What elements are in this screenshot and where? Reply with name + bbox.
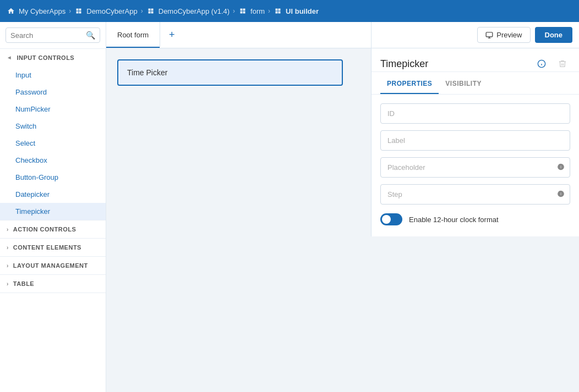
section-input-controls-items: Input Password NumPicker Switch Select C… [0,67,106,220]
canvas-tabs: Root form + [106,22,371,48]
canvas-tab-root-form[interactable]: Root form [106,22,160,48]
home-icon [7,7,15,15]
grid-icon-4 [274,7,282,15]
sidebar-item-timepicker[interactable]: Timepicker [0,203,106,220]
toggle-thumb [382,215,391,224]
sidebar-item-password[interactable]: Password [0,84,106,101]
breadcrumb-version[interactable]: DemoCyberApp (v1.4) [146,7,230,15]
toggle-row: Enable 12-hour clock format [380,211,570,228]
breadcrumb-form[interactable]: form [238,7,265,15]
breadcrumb-builder-label: UI builder [286,7,319,15]
sidebar-item-button-group[interactable]: Button-Group [0,169,106,186]
info-button[interactable] [534,56,549,71]
breadcrumb-sep-3: › [233,7,235,15]
sidebar-item-input[interactable]: Input [0,67,106,84]
breadcrumb-version-label: DemoCyberApp (v1.4) [159,7,230,15]
breadcrumb-app[interactable]: DemoCyberApp [74,7,138,15]
id-field-container [380,103,570,124]
placeholder-field[interactable] [380,157,570,178]
section-table-header[interactable]: › TABLE [0,275,106,292]
section-input-controls-label: INPUT CONTROLS [17,54,74,61]
chevron-right-icon-1: › [7,227,9,233]
top-toolbar: Preview Done [371,22,579,48]
right-panel-header: Timepicker [372,48,579,72]
search-icon: 🔍 [86,31,95,40]
section-content-elements-header[interactable]: › CONTENT ELEMENTS [0,239,106,256]
step-info-icon: i [557,190,565,199]
right-panel-column: Preview Done Timepicker [371,22,579,392]
right-panel-tabs: PROPERTIES VISIBILITY [372,74,579,95]
canvas-timepicker-component[interactable]: Time Picker [117,59,343,86]
tab-visibility[interactable]: VISIBILITY [439,74,488,94]
chevron-right-icon-2: › [7,245,9,251]
grid-icon-2 [146,7,155,15]
preview-button[interactable]: Preview [477,27,530,43]
section-action-controls: › ACTION CONTROLS [0,220,106,239]
sidebar-item-switch[interactable]: Switch [0,118,106,135]
placeholder-info-icon: i [557,163,565,172]
section-input-controls: ▼ INPUT CONTROLS Input Password NumPicke… [0,49,106,220]
search-box[interactable]: 🔍 [6,27,100,43]
label-field-container [380,130,570,151]
done-button[interactable]: Done [535,27,573,43]
step-field[interactable] [380,184,570,205]
chevron-right-icon-3: › [7,263,9,269]
toggle-track [380,213,402,225]
section-action-controls-label: ACTION CONTROLS [13,226,76,233]
section-layout-management-header[interactable]: › LAYOUT MANAGEMENT [0,257,106,274]
grid-icon-3 [238,7,247,15]
canvas-content: Time Picker [106,48,371,392]
top-nav: My CyberApps › DemoCyberApp › DemoCyberA… [0,0,579,22]
svg-rect-0 [486,32,493,36]
sidebar-item-datepicker[interactable]: Datepicker [0,186,106,203]
breadcrumb-sep-1: › [69,7,71,15]
sidebar-item-checkbox[interactable]: Checkbox [0,152,106,169]
info-circle-icon [537,59,546,68]
section-input-controls-header[interactable]: ▼ INPUT CONTROLS [0,49,106,67]
breadcrumb-app-label: DemoCyberApp [86,7,138,15]
right-panel: Timepicker PROPERTIES VISIBILITY [371,48,579,236]
id-field[interactable] [380,103,570,124]
step-field-container: i [380,184,570,205]
breadcrumb-home-label: My CyberApps [19,7,65,15]
chevron-down-icon: ▼ [7,55,13,60]
right-panel-title: Timepicker [380,58,428,70]
placeholder-field-container: i [380,157,570,178]
preview-icon [485,31,493,39]
sidebar-item-select[interactable]: Select [0,135,106,152]
sidebar-item-numpicker[interactable]: NumPicker [0,101,106,118]
section-layout-management-label: LAYOUT MANAGEMENT [13,262,88,269]
section-content-elements: › CONTENT ELEMENTS [0,239,106,257]
canvas-tab-add-button[interactable]: + [160,22,184,48]
section-content-elements-label: CONTENT ELEMENTS [13,244,81,251]
section-table: › TABLE [0,275,106,293]
grid-icon-1 [74,7,83,15]
section-action-controls-header[interactable]: › ACTION CONTROLS [0,220,106,238]
sidebar-search-area: 🔍 [0,22,106,49]
delete-button[interactable] [555,56,570,71]
main-layout: 🔍 ▼ INPUT CONTROLS Input Password NumPic… [0,22,579,392]
clock-format-toggle[interactable] [380,213,402,225]
chevron-right-icon-4: › [7,281,9,287]
toggle-label: Enable 12-hour clock format [409,216,499,224]
right-panel-actions [534,56,570,71]
breadcrumb-sep-2: › [141,7,143,15]
breadcrumb-form-label: form [250,7,265,15]
breadcrumb-home[interactable]: My CyberApps [7,7,65,15]
tab-properties[interactable]: PROPERTIES [380,74,439,94]
right-panel-body: i i Enable 12-hour clock format [372,95,579,236]
sidebar: 🔍 ▼ INPUT CONTROLS Input Password NumPic… [0,22,106,392]
canvas-area: Root form + Time Picker [106,22,371,392]
label-field[interactable] [380,130,570,151]
breadcrumb-sep-4: › [268,7,270,15]
section-layout-management: › LAYOUT MANAGEMENT [0,257,106,275]
breadcrumb-builder[interactable]: UI builder [274,7,319,15]
trash-icon [558,59,567,68]
section-table-label: TABLE [13,280,34,287]
search-input[interactable] [10,31,83,40]
